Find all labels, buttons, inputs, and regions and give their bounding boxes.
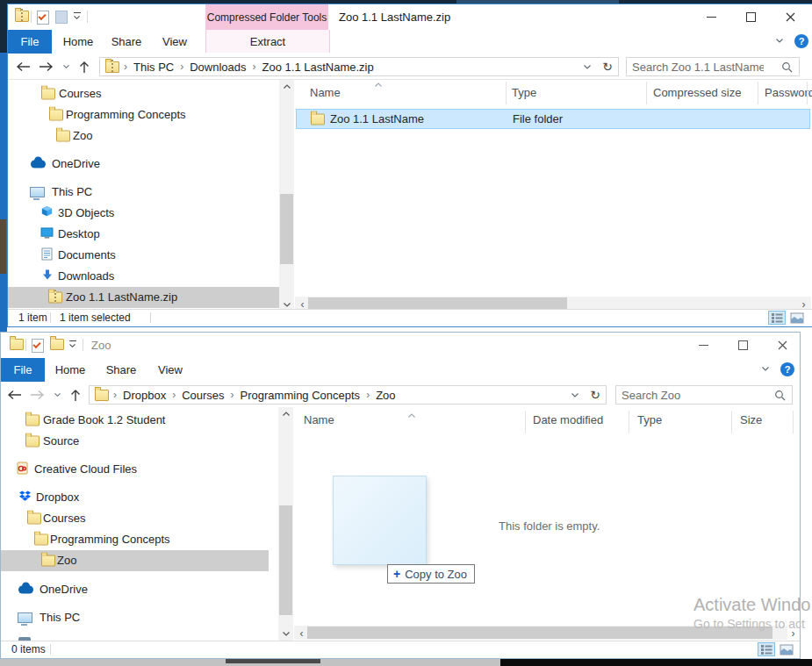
contextual-tab-compressed-folder-tools[interactable]: Compressed Folder Tools [205, 4, 328, 30]
sidebar-item-onedrive[interactable]: OneDrive [1, 579, 269, 600]
ribbon-collapse-icon[interactable] [775, 38, 784, 44]
address-dropdown-icon[interactable] [571, 386, 579, 404]
column-divider[interactable] [506, 82, 507, 104]
column-header-name[interactable]: Name [310, 80, 341, 106]
scroll-down-icon[interactable] [278, 627, 293, 641]
tab-home[interactable]: Home [57, 30, 99, 54]
column-header-date-modified[interactable]: Date modified [533, 407, 603, 433]
column-header-size[interactable]: Size [740, 407, 762, 433]
column-header-name[interactable]: Name [304, 407, 334, 433]
tab-file[interactable]: File [8, 30, 52, 54]
qat-dropdown-icon[interactable] [68, 340, 76, 348]
breadcrumb-downloads[interactable]: Downloads [190, 61, 246, 74]
sidebar-item-this-pc[interactable]: This PC [1, 607, 269, 628]
properties-check-icon[interactable] [32, 339, 44, 353]
back-icon[interactable] [4, 387, 24, 403]
tree-scrollbar-thumb[interactable] [279, 505, 292, 615]
tab-extract[interactable]: Extract [205, 30, 330, 53]
breadcrumb-programming-concepts[interactable]: Programming Concepts [241, 389, 361, 402]
properties-check-icon[interactable] [37, 11, 49, 25]
sort-ascending-icon[interactable] [406, 412, 417, 419]
sidebar-item-courses[interactable]: Courses [8, 83, 279, 104]
minimize-button[interactable] [690, 333, 716, 358]
folder-icon[interactable] [50, 339, 64, 350]
column-divider[interactable] [807, 82, 808, 104]
address-dropdown-icon[interactable] [583, 58, 592, 75]
column-header-password[interactable]: Password [765, 80, 812, 106]
sidebar-item-dropbox[interactable]: Dropbox [1, 487, 269, 508]
help-icon[interactable]: ? [794, 34, 808, 48]
column-divider[interactable] [731, 411, 732, 433]
sidebar-item-grade-book[interactable]: Grade Book 1.2 Student [1, 410, 269, 431]
refresh-icon[interactable]: ↻ [590, 386, 600, 404]
address-bar[interactable]: › Dropbox › Courses › Programming Concep… [89, 385, 607, 405]
forward-icon[interactable] [27, 387, 47, 403]
column-header-compressed-size[interactable]: Compressed size [653, 80, 741, 106]
thumbnail-view-button[interactable] [788, 311, 806, 325]
sidebar-item-creative-cloud-files[interactable]: Creative Cloud Files [1, 459, 269, 480]
search-box[interactable] [626, 57, 800, 76]
tab-view[interactable]: View [148, 358, 192, 382]
forward-icon[interactable] [36, 59, 55, 75]
column-header-type[interactable]: Type [512, 80, 536, 106]
sidebar-item-this-pc[interactable]: This PC [8, 182, 279, 203]
scroll-up-icon[interactable] [279, 80, 294, 93]
sort-ascending-icon[interactable] [373, 82, 384, 88]
tree-scrollbar-thumb[interactable] [280, 194, 293, 264]
new-folder-icon[interactable] [55, 11, 68, 24]
details-view-button[interactable] [768, 311, 786, 325]
sidebar-item-downloads[interactable]: Downloads [8, 266, 279, 287]
search-input[interactable] [622, 389, 753, 402]
column-header-type[interactable]: Type [637, 407, 662, 433]
up-icon[interactable] [75, 59, 94, 75]
search-input[interactable] [632, 61, 764, 74]
sidebar-item-programming-concepts[interactable]: Programming Concepts [1, 529, 269, 550]
maximize-button[interactable] [729, 333, 756, 358]
column-divider[interactable] [629, 411, 629, 433]
minimize-button[interactable] [698, 4, 724, 30]
folder-icon[interactable] [10, 339, 24, 350]
back-icon[interactable] [13, 59, 32, 75]
sidebar-item-courses[interactable]: Courses [1, 508, 269, 529]
breadcrumb-courses[interactable]: Courses [182, 389, 224, 402]
sidebar-item-programming-concepts[interactable]: Programming Concepts [8, 104, 279, 125]
column-divider[interactable] [525, 411, 526, 433]
tab-home[interactable]: Home [49, 358, 91, 382]
close-button[interactable] [769, 333, 795, 358]
up-icon[interactable] [66, 387, 85, 403]
help-icon[interactable]: ? [780, 362, 794, 376]
tab-view[interactable]: View [154, 30, 196, 54]
sidebar-item-3d-objects[interactable]: 3D Objects [8, 203, 279, 224]
maximize-button[interactable] [737, 4, 764, 30]
list-hscrollbar-thumb[interactable] [308, 297, 567, 310]
sidebar-item-source[interactable]: Source [1, 431, 269, 452]
sidebar-item-zoo[interactable]: Zoo [8, 125, 279, 147]
tab-share[interactable]: Share [104, 30, 148, 54]
tab-file[interactable]: File [1, 358, 45, 382]
recent-locations-icon[interactable] [47, 387, 67, 403]
details-view-button[interactable] [758, 642, 775, 656]
sidebar-item-onedrive[interactable]: OneDrive [8, 154, 279, 175]
ribbon-collapse-icon[interactable] [761, 366, 770, 372]
refresh-icon[interactable]: ↻ [602, 58, 613, 75]
zip-folder-icon[interactable] [15, 11, 29, 22]
sidebar-item-documents[interactable]: Documents [8, 245, 279, 266]
close-button[interactable] [777, 4, 803, 30]
column-divider[interactable] [793, 411, 794, 433]
sidebar-item-zoo-selected[interactable]: Zoo [1, 550, 269, 571]
breadcrumb-dropbox[interactable]: Dropbox [123, 389, 166, 402]
scroll-up-icon[interactable] [278, 407, 293, 420]
qat-dropdown-icon[interactable] [73, 12, 81, 20]
breadcrumb-this-pc[interactable]: This PC [133, 61, 174, 74]
recent-locations-icon[interactable] [56, 59, 75, 75]
sidebar-item-zip-selected[interactable]: Zoo 1.1 LastName.zip [8, 287, 279, 308]
thumbnail-view-button[interactable] [778, 642, 795, 656]
column-divider[interactable] [646, 82, 647, 104]
breadcrumb-zip[interactable]: Zoo 1.1 LastName.zip [262, 61, 374, 74]
file-row-selected[interactable]: Zoo 1.1 LastName File folder [296, 109, 810, 129]
breadcrumb-zoo[interactable]: Zoo [376, 389, 395, 402]
search-box[interactable] [615, 385, 793, 405]
tab-share[interactable]: Share [99, 358, 143, 382]
column-divider[interactable] [758, 82, 758, 104]
address-bar[interactable]: › This PC › Downloads › Zoo 1.1 LastName… [99, 57, 619, 76]
